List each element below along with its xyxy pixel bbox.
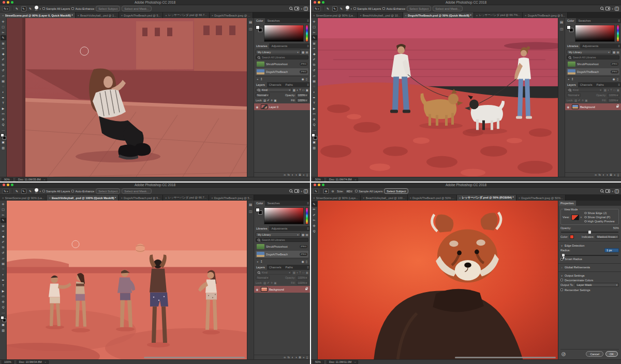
- saturation-brightness-square[interactable]: [264, 25, 304, 42]
- grid-view-icon[interactable]: ▦: [302, 233, 305, 236]
- document-size-readout[interactable]: Doc: 11.0M/35.8M›: [16, 178, 47, 181]
- properties-panel-icon[interactable]: ◫: [249, 209, 252, 214]
- quick-selection-tool[interactable]: ✎: [312, 201, 317, 207]
- hue-slider[interactable]: [305, 25, 308, 42]
- add-to-selection-mode-button[interactable]: ⊕: [323, 189, 329, 194]
- filter-pixel-layers-icon[interactable]: ▦: [293, 88, 295, 92]
- panel-menu-icon[interactable]: ≡: [307, 202, 309, 205]
- tab-streetscene[interactable]: ×StreetScene.psd @ 90% (Layer 0, Quick M…: [0, 12, 76, 18]
- titlebar[interactable]: Adobe Photoshop CC 2018: [0, 183, 310, 188]
- close-window-button[interactable]: [3, 184, 5, 186]
- delete-layer-icon[interactable]: ▯: [617, 173, 619, 176]
- new-layer-icon[interactable]: +: [303, 173, 304, 176]
- view-mode-thumbnail[interactable]: [571, 215, 579, 220]
- tab-red-panda[interactable]: ×レッサーパンダ.psd @ 66.7%...: [474, 12, 523, 18]
- status-arrow-icon[interactable]: ›: [45, 360, 46, 363]
- foreground-color[interactable]: [1, 133, 4, 137]
- tab-dogsatthebeach-psd[interactable]: ×DogsAtTheBeach.psd @ 50% ...: [408, 195, 457, 201]
- tab-red-panda[interactable]: ×レッサーパンダ.psd @ 66.7...: [163, 195, 209, 201]
- lock-position-icon[interactable]: ✛: [582, 99, 584, 102]
- blur-tool[interactable]: ◌: [312, 84, 317, 89]
- layer-group-icon[interactable]: ⊞: [610, 173, 612, 176]
- marquee-tool[interactable]: ▢: [312, 24, 317, 30]
- path-selection-tool[interactable]: ▶: [312, 105, 317, 111]
- output-to-select[interactable]: Layer Mask▾: [575, 283, 619, 287]
- saturation-brightness-square[interactable]: [575, 25, 615, 42]
- tab-streetscene[interactable]: ×StreetScene.psd @ 90% (Laye...: [311, 195, 361, 201]
- global-refinements-section[interactable]: ›Global Refinements: [560, 266, 619, 269]
- blend-mode-select[interactable]: Normal▾: [256, 93, 270, 97]
- lock-pixels-icon[interactable]: ✐: [578, 99, 581, 102]
- library-item-shrubphotoshoot[interactable]: ShrubPhotoshootJPEG: [256, 243, 308, 250]
- close-tab-icon[interactable]: ×: [525, 14, 527, 17]
- library-search-input[interactable]: Search All Libraries: [256, 55, 308, 59]
- reset-workspace-icon[interactable]: ↺: [561, 352, 566, 356]
- share-icon[interactable]: ↥: [304, 7, 308, 11]
- crop-tool[interactable]: ⊞: [1, 40, 6, 46]
- select-subject-button[interactable]: Select Subject: [407, 6, 431, 11]
- zoom-tool[interactable]: Q: [312, 229, 317, 234]
- show-edge-checkbox[interactable]: Show Edge (J): [584, 211, 614, 215]
- link-layers-icon[interactable]: ∞: [595, 173, 597, 176]
- delete-library-item-icon[interactable]: ▯: [617, 77, 618, 81]
- close-tab-icon[interactable]: ×: [405, 14, 407, 17]
- cancel-button[interactable]: Cancel: [586, 351, 603, 357]
- tool-preset-picker[interactable]: ✎▾: [2, 189, 10, 194]
- titlebar[interactable]: Adobe Photoshop CC 2018: [311, 183, 621, 188]
- select-subject-button[interactable]: Select Subject: [96, 6, 120, 11]
- minimize-window-button[interactable]: [318, 1, 320, 4]
- horizontal-scrollbar[interactable]: [144, 357, 245, 358]
- library-select[interactable]: My Library▾: [256, 50, 301, 54]
- quick-mask-mode-tool[interactable]: ▣: [1, 140, 6, 145]
- subtract-from-selection-mode-button[interactable]: ⊖: [330, 189, 335, 194]
- pen-tool[interactable]: ✒: [1, 277, 6, 283]
- close-tab-icon[interactable]: ×: [121, 14, 123, 17]
- history-brush-tool[interactable]: ↺: [312, 68, 317, 73]
- zoom-level-field[interactable]: 100%: [2, 360, 14, 364]
- tool-preset-picker[interactable]: ✎: [313, 189, 319, 194]
- layer-mask-icon[interactable]: ◐: [602, 173, 604, 176]
- close-window-button[interactable]: [3, 1, 5, 4]
- hand-tool[interactable]: ✣: [1, 116, 6, 122]
- hand-tool[interactable]: ✣: [312, 116, 317, 122]
- tab-red-panda[interactable]: ×レッサーパンダ.psd @ 66.7...: [163, 12, 209, 18]
- tab-dogsatthebeach-jpeg[interactable]: ×DogsAtTheBeach.jpeg @ 50%...: [516, 195, 566, 201]
- high-quality-preview-checkbox[interactable]: High Quality Preview: [584, 220, 614, 223]
- titlebar[interactable]: Adobe Photoshop CC 2018: [311, 0, 621, 5]
- zoom-tool[interactable]: Q: [312, 122, 317, 128]
- lock-pixels-icon[interactable]: ✐: [267, 281, 270, 284]
- brush-tool[interactable]: ✐: [1, 57, 6, 63]
- type-tool[interactable]: T: [1, 283, 6, 289]
- tab-dogsatthebeach-psd[interactable]: ×DogsAtTheBeach.psd @ 5...: [119, 12, 164, 18]
- gradient-tool[interactable]: ▤: [312, 79, 317, 84]
- tab-beachvolleyball[interactable]: ×BeachVolleyball_.psd @ 1...: [76, 12, 119, 18]
- lock-pixels-icon[interactable]: ✐: [267, 99, 270, 102]
- close-tab-icon[interactable]: ×: [410, 196, 412, 200]
- close-tab-icon[interactable]: ×: [165, 196, 167, 200]
- more-tools-tool[interactable]: ⋯: [1, 127, 6, 133]
- eye-icon[interactable]: ◉: [301, 260, 304, 263]
- adjustment-layer-icon[interactable]: ◑: [606, 173, 608, 176]
- quick-selection-tool[interactable]: ✎: [312, 35, 317, 41]
- link-layers-icon[interactable]: ∞: [284, 173, 286, 176]
- document-size-readout[interactable]: Doc: 11.0M/74.8M›: [327, 178, 358, 181]
- filter-pixel-layers-icon[interactable]: ▦: [293, 271, 295, 274]
- auto-enhance-checkbox[interactable]: Auto-Enhance: [71, 190, 94, 193]
- hand-tool[interactable]: ✣: [1, 299, 6, 305]
- opacity-slider[interactable]: [561, 232, 618, 233]
- minimize-window-button[interactable]: [318, 184, 320, 186]
- properties-panel-icon[interactable]: ◫: [560, 27, 563, 31]
- tab-paths[interactable]: Paths: [283, 82, 294, 87]
- filter-adjustment-layers-icon[interactable]: ◐: [297, 271, 298, 274]
- tool-preset-picker[interactable]: ✎▾: [2, 6, 10, 11]
- add-to-selection-mode-button[interactable]: ✎: [21, 189, 26, 194]
- close-tab-icon[interactable]: ×: [360, 14, 362, 17]
- layer-thumbnail[interactable]: [261, 104, 268, 109]
- panel-menu-icon[interactable]: ≡: [618, 19, 620, 22]
- delete-library-item-icon[interactable]: ▯: [306, 77, 307, 81]
- library-item-dogsatthebeach[interactable]: DogsAtTheBeachJPEG: [256, 68, 308, 75]
- fill-value[interactable]: 100%▾: [297, 98, 308, 102]
- lock-position-icon[interactable]: ✛: [271, 99, 273, 102]
- tab-libraries[interactable]: Libraries: [565, 43, 580, 49]
- filter-shape-layers-icon[interactable]: ▭: [302, 271, 305, 274]
